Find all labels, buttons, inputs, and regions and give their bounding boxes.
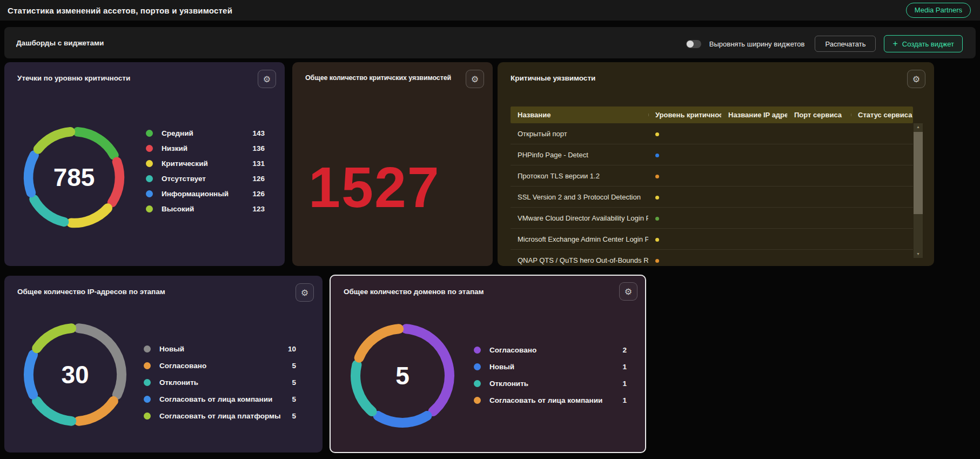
legend-item: Новый1: [474, 358, 627, 375]
widget-domains-by-stage: Общее количество доменов по этапам ⚙ 5 С…: [330, 275, 646, 453]
widget-critical-vuln-total: Общее количество критичских уязвимостей …: [292, 62, 493, 266]
legend-label: Отсутствует: [162, 175, 206, 183]
vuln-name-cell: Протокол TLS версии 1.2: [511, 172, 648, 180]
print-button[interactable]: Распечатать: [815, 36, 876, 52]
scroll-down-arrow[interactable]: ▼: [914, 250, 923, 258]
donut-chart: 5: [345, 318, 460, 433]
legend-value: 5: [292, 412, 296, 420]
scrollbar-thumb[interactable]: [914, 132, 923, 214]
table-row[interactable]: Открытый порт: [511, 123, 913, 144]
legend-value: 5: [292, 362, 296, 370]
severity-cell: [648, 193, 721, 201]
severity-cell: [648, 256, 721, 264]
legend-item: Согласовано5: [144, 357, 296, 374]
widget-settings-button[interactable]: ⚙: [907, 70, 925, 88]
widget-ip-by-stage: Общее количество IP-адресов по этапам ⚙ …: [4, 276, 323, 453]
toolbar-actions: Выровнять ширину виджетов Распечатать + …: [686, 35, 963, 52]
vuln-name-cell: PHPinfo Page - Detect: [511, 151, 648, 159]
legend-value: 131: [252, 159, 265, 168]
severity-dot: [655, 217, 659, 221]
gear-icon: ⚙: [301, 288, 308, 298]
table-row[interactable]: SSL Version 2 and 3 Protocol Detection: [511, 187, 913, 208]
legend-color-dot: [146, 205, 153, 212]
legend-item: Согласовать от лица компании5: [144, 391, 296, 408]
legend-color-dot: [144, 362, 151, 369]
legend-item: Информационный126: [146, 186, 265, 201]
legend-label: Согласовать от лица компании: [489, 396, 602, 404]
severity-cell: [648, 214, 721, 222]
table-row[interactable]: PHPinfo Page - Detect: [511, 144, 913, 165]
gear-icon: ⚙: [912, 74, 920, 84]
widget-title: Общее количество IP-адресов по этапам: [17, 288, 165, 296]
severity-cell: [648, 172, 721, 180]
legend-label: Низкий: [162, 144, 187, 152]
legend-color-dot: [474, 347, 481, 354]
legend-value: 126: [252, 190, 265, 198]
legend-value: 2: [622, 346, 627, 354]
widget-settings-button[interactable]: ⚙: [258, 70, 276, 88]
create-widget-button[interactable]: + Создать виджет: [884, 35, 963, 52]
widget-critical-vulns-table: Критичные уязвимости ⚙ НазваниеУровень к…: [498, 62, 934, 266]
table-row[interactable]: QNAP QTS / QuTS hero Out-of-Bounds Rea..…: [511, 250, 913, 266]
table-row[interactable]: Microsoft Exchange Admin Center Login Pa…: [511, 229, 913, 250]
legend-color-dot: [144, 413, 151, 420]
legend-value: 10: [288, 345, 296, 353]
column-header: Название IP адреса: [721, 111, 787, 119]
widget-settings-button[interactable]: ⚙: [296, 283, 314, 302]
legend-value: 1: [622, 396, 627, 404]
donut-center-value: 30: [18, 318, 132, 431]
table-header-row: НазваниеУровень критичностиНазвание IP а…: [511, 107, 913, 123]
severity-cell: [648, 130, 721, 138]
legend-value: 5: [292, 395, 296, 403]
legend-value: 5: [292, 378, 296, 387]
column-header: Уровень критичности: [648, 111, 721, 119]
legend-label: Высокий: [162, 205, 194, 213]
legend-label: Согласовано: [159, 362, 206, 370]
legend-label: Средний: [162, 129, 193, 137]
legend-label: Отклонить: [159, 378, 198, 387]
column-header: Название: [511, 111, 648, 119]
widget-title: Общее количество критичских уязвимостей: [305, 74, 451, 82]
severity-dot: [655, 238, 659, 242]
donut-center-value: 5: [345, 318, 460, 433]
severity-cell: [648, 151, 721, 159]
column-header: Порт сервиса: [787, 111, 851, 119]
gear-icon: ⚙: [625, 287, 632, 297]
widget-title: Утечки по уровню критичности: [17, 74, 130, 82]
legend-label: Новый: [489, 363, 514, 371]
align-widgets-toggle[interactable]: [686, 39, 701, 48]
legend-label: Критический: [162, 159, 208, 168]
legend-label: Информационный: [162, 190, 229, 198]
severity-dot: [655, 175, 659, 178]
scroll-up-arrow[interactable]: ▲: [914, 123, 923, 131]
dashboard-toolbar-title: Дашборды с виджетами: [16, 39, 104, 47]
legend-value: 1: [622, 380, 627, 388]
media-partners-button[interactable]: Media Partners: [906, 3, 971, 18]
widget-settings-button[interactable]: ⚙: [466, 70, 484, 88]
legend-color-dot: [146, 145, 153, 152]
donut-chart: 785: [18, 122, 130, 233]
legend-item: Согласовать от лица платформы5: [144, 408, 296, 424]
legend-label: Согласовать от лица платформы: [159, 412, 281, 420]
table-row[interactable]: Протокол TLS версии 1.2: [511, 165, 913, 187]
table-scrollbar[interactable]: ▲ ▼: [914, 123, 923, 258]
legend-item: Согласовано2: [474, 342, 627, 358]
legend-item: Новый10: [144, 341, 296, 357]
legend-item: Отклонить1: [474, 375, 627, 392]
legend-value: 126: [252, 175, 265, 183]
legend-item: Критический131: [146, 156, 265, 171]
vuln-name-cell: Открытый порт: [511, 130, 648, 138]
legend-color-dot: [146, 130, 153, 137]
legend-label: Новый: [159, 345, 184, 353]
table-row[interactable]: VMware Cloud Director Availability Login…: [511, 208, 913, 229]
legend-value: 123: [252, 205, 265, 213]
app-header: Статистика изменений ассетов, портов и у…: [0, 0, 980, 21]
vuln-name-cell: SSL Version 2 and 3 Protocol Detection: [511, 193, 648, 201]
legend-color-dot: [144, 379, 151, 386]
severity-dot: [655, 154, 659, 157]
legend-label: Согласовано: [489, 346, 536, 354]
vulns-table: НазваниеУровень критичностиНазвание IP а…: [511, 107, 913, 266]
widget-settings-button[interactable]: ⚙: [619, 282, 637, 301]
legend-item: Низкий136: [146, 141, 265, 156]
donut-center-value: 785: [18, 122, 130, 233]
